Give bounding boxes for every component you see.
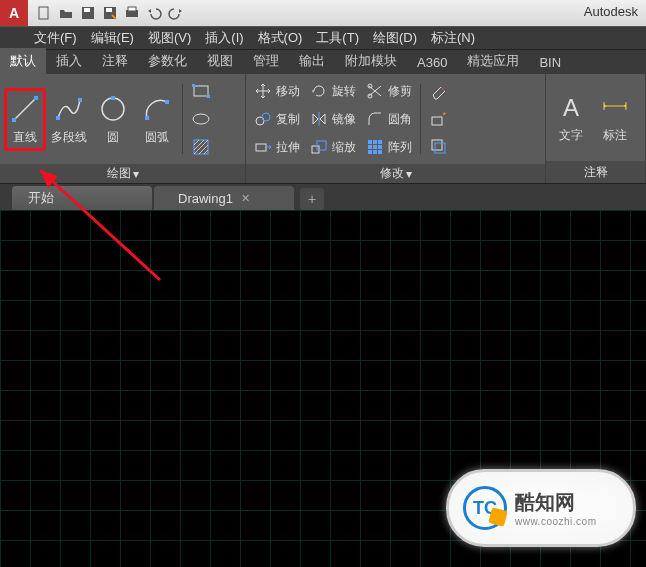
svg-rect-32 (373, 145, 377, 149)
scale-icon (310, 138, 328, 156)
ribbon-tab-annotate[interactable]: 注释 (92, 48, 138, 74)
polyline-label: 多段线 (51, 129, 87, 146)
dim-icon (599, 91, 631, 123)
ribbon-tab-output[interactable]: 输出 (289, 48, 335, 74)
svg-rect-0 (39, 7, 48, 19)
ribbon-tab-insert[interactable]: 插入 (46, 48, 92, 74)
line-button[interactable]: 直线 (4, 88, 46, 151)
menu-format[interactable]: 格式(O) (258, 29, 303, 47)
redo-icon[interactable] (166, 3, 186, 23)
watermark-url: www.coozhi.com (515, 516, 596, 527)
save-icon[interactable] (78, 3, 98, 23)
svg-rect-4 (106, 8, 112, 12)
svg-rect-17 (192, 84, 195, 87)
ribbon-tab-a360[interactable]: A360 (407, 51, 457, 74)
scale-button[interactable]: 缩放 (306, 134, 360, 160)
rotate-button[interactable]: 旋转 (306, 78, 360, 104)
svg-rect-28 (368, 140, 372, 144)
new-icon[interactable] (34, 3, 54, 23)
ribbon-tab-parametric[interactable]: 参数化 (138, 48, 197, 74)
title-bar: A Autodesk (0, 0, 646, 26)
document-tabs: 开始 Drawing1✕ + (0, 184, 646, 210)
arc-button[interactable]: 圆弧 (136, 93, 178, 146)
fillet-icon (366, 110, 384, 128)
menu-tools[interactable]: 工具(T) (316, 29, 359, 47)
mirror-button[interactable]: 镜像 (306, 106, 360, 132)
menu-insert[interactable]: 插入(I) (205, 29, 243, 47)
ribbon-tab-default[interactable]: 默认 (0, 48, 46, 74)
watermark-brand: 酷知网 (515, 489, 596, 516)
svg-rect-38 (432, 140, 442, 150)
explode-icon[interactable] (425, 106, 453, 132)
svg-rect-9 (34, 96, 38, 100)
move-icon (254, 82, 272, 100)
svg-text:A: A (563, 94, 579, 121)
rect-icon[interactable] (187, 78, 215, 104)
ribbon-tab-view[interactable]: 视图 (197, 48, 243, 74)
trim-button[interactable]: 修剪 (362, 78, 416, 104)
ribbon-tab-addins[interactable]: 附加模块 (335, 48, 407, 74)
ribbon-tab-featured[interactable]: 精选应用 (457, 48, 529, 74)
watermark: TC 酷知网 www.coozhi.com (446, 469, 636, 547)
svg-rect-36 (378, 150, 382, 154)
svg-rect-35 (373, 150, 377, 154)
stretch-button[interactable]: 拉伸 (250, 134, 304, 160)
doc-tab-start[interactable]: 开始 (12, 186, 152, 210)
menu-view[interactable]: 视图(V) (148, 29, 191, 47)
watermark-logo-icon: TC (463, 486, 507, 530)
copy-button[interactable]: 复制 (250, 106, 304, 132)
menu-bar: 文件(F) 编辑(E) 视图(V) 插入(I) 格式(O) 工具(T) 绘图(D… (0, 26, 646, 50)
panel-draw-footer[interactable]: 绘图 ▾ (0, 164, 245, 183)
arc-label: 圆弧 (145, 129, 169, 146)
app-logo[interactable]: A (0, 0, 28, 26)
menu-dim[interactable]: 标注(N) (431, 29, 475, 47)
saveas-icon[interactable] (100, 3, 120, 23)
svg-line-7 (14, 98, 36, 120)
open-icon[interactable] (56, 3, 76, 23)
svg-rect-23 (256, 144, 266, 151)
svg-rect-13 (111, 96, 115, 100)
svg-rect-15 (165, 100, 169, 104)
ellipse-icon[interactable] (187, 106, 215, 132)
array-icon (366, 138, 384, 156)
close-icon[interactable]: ✕ (241, 192, 250, 205)
svg-rect-31 (368, 145, 372, 149)
menu-file[interactable]: 文件(F) (34, 29, 77, 47)
line-icon (9, 93, 41, 125)
panel-annotation-footer[interactable]: 注释 (546, 161, 645, 183)
rotate-icon (310, 82, 328, 100)
svg-rect-8 (12, 118, 16, 122)
erase-icon[interactable] (425, 78, 453, 104)
svg-rect-39 (435, 143, 445, 153)
copy-icon (254, 110, 272, 128)
svg-rect-16 (194, 86, 208, 96)
circle-button[interactable]: 圆 (92, 93, 134, 146)
fillet-button[interactable]: 圆角 (362, 106, 416, 132)
svg-rect-18 (207, 95, 210, 98)
mirror-icon (310, 110, 328, 128)
dim-button[interactable]: 标注 (594, 91, 636, 144)
move-button[interactable]: 移动 (250, 78, 304, 104)
svg-point-19 (193, 114, 209, 124)
add-tab-button[interactable]: + (300, 188, 324, 210)
menu-edit[interactable]: 编辑(E) (91, 29, 134, 47)
hatch-icon[interactable] (187, 134, 215, 160)
menu-draw[interactable]: 绘图(D) (373, 29, 417, 47)
undo-icon[interactable] (144, 3, 164, 23)
ribbon-tab-manage[interactable]: 管理 (243, 48, 289, 74)
array-button[interactable]: 阵列 (362, 134, 416, 160)
polyline-icon (53, 93, 85, 125)
polyline-button[interactable]: 多段线 (48, 93, 90, 146)
text-label: 文字 (559, 127, 583, 144)
quick-access-toolbar (34, 3, 186, 23)
chevron-down-icon: ▾ (133, 167, 139, 181)
svg-rect-34 (368, 150, 372, 154)
doc-tab-drawing1[interactable]: Drawing1✕ (154, 186, 294, 210)
panel-modify: 移动 复制 拉伸 旋转 镜像 缩放 修剪 圆角 阵列 修改 ▾ (246, 74, 546, 183)
text-button[interactable]: A 文字 (550, 91, 592, 144)
ribbon: 直线 多段线 圆 圆弧 绘图 ▾ (0, 74, 646, 184)
plot-icon[interactable] (122, 3, 142, 23)
panel-modify-footer[interactable]: 修改 ▾ (246, 164, 545, 183)
ribbon-tab-bin[interactable]: BIN (529, 51, 571, 74)
offset-icon[interactable] (425, 134, 453, 160)
